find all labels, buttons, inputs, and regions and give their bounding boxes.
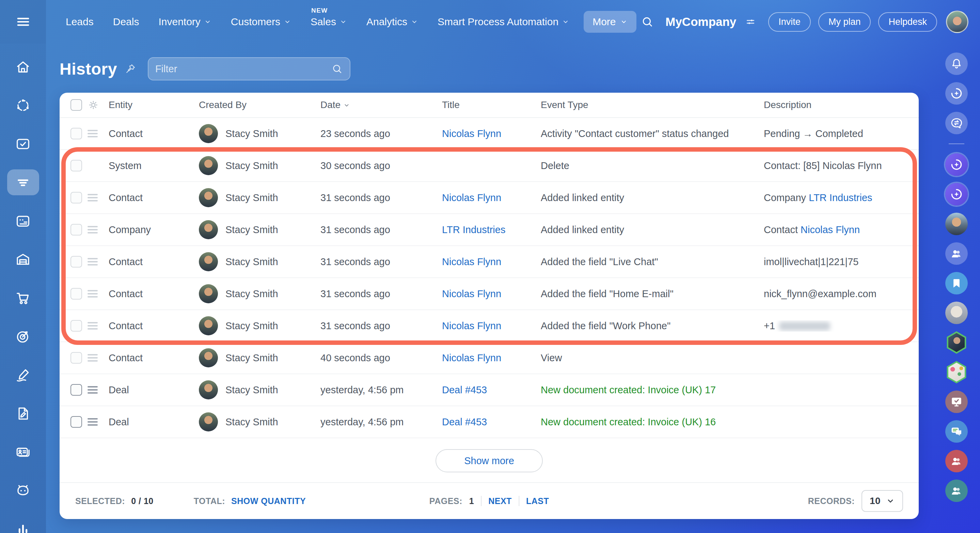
rail-copilot-chat-2[interactable]	[945, 183, 968, 206]
drag-handle-icon[interactable]	[88, 290, 98, 297]
title-link[interactable]: Nicolas Flynn	[442, 353, 501, 363]
helpdesk-button[interactable]: Helpdesk	[878, 12, 937, 32]
title-link[interactable]: Nicolas Flynn	[442, 288, 501, 299]
table-row[interactable]: DealStacy Smithyesterday, 4:56 pmDeal #4…	[60, 406, 919, 438]
table-row[interactable]: ContactStacy Smith31 seconds agoNicolas …	[60, 246, 919, 278]
rail-chat-user-3[interactable]	[945, 331, 968, 354]
title-link[interactable]: Nicolas Flynn	[442, 320, 501, 331]
table-row[interactable]: CompanyStacy Smith31 seconds agoLTR Indu…	[60, 214, 919, 246]
row-checkbox[interactable]	[70, 224, 82, 236]
sidebar-item-contact-center[interactable]	[7, 439, 39, 465]
column-header-created-by[interactable]: Created By	[199, 99, 320, 110]
title-link[interactable]: Deal #453	[442, 417, 487, 428]
sidebar-item-shop[interactable]	[7, 285, 39, 311]
nav-item-customers[interactable]: Customers	[231, 16, 291, 28]
rail-chats[interactable]	[945, 420, 968, 443]
show-more-button[interactable]: Show more	[436, 449, 543, 472]
rail-copilot-chat-1[interactable]	[945, 153, 968, 176]
table-row[interactable]: ContactStacy Smith40 seconds agoNicolas …	[60, 342, 919, 374]
nav-item-analytics[interactable]: Analytics	[366, 16, 418, 28]
more-menu-button[interactable]: More	[584, 11, 636, 33]
search-icon[interactable]	[641, 15, 654, 28]
drag-handle-icon[interactable]	[88, 194, 98, 201]
nav-item-leads[interactable]: Leads	[66, 16, 94, 28]
row-checkbox[interactable]	[70, 192, 82, 203]
nav-item-smart-process-automation[interactable]: Smart Process Automation	[438, 16, 570, 28]
drag-handle-icon[interactable]	[88, 258, 98, 265]
sidebar-item-copilot[interactable]	[7, 477, 39, 503]
sidebar-item-home[interactable]	[7, 54, 39, 80]
sidebar-item-documents[interactable]	[7, 401, 39, 426]
column-header-date[interactable]: Date	[320, 99, 442, 110]
filter-search-icon[interactable]	[331, 63, 343, 75]
invite-button[interactable]: Invite	[768, 12, 811, 32]
column-header-description[interactable]: Description	[764, 99, 919, 110]
rail-channel[interactable]	[945, 391, 968, 413]
sidebar-item-crm[interactable]	[7, 169, 39, 195]
drag-handle-icon[interactable]	[88, 386, 98, 394]
nav-item-deals[interactable]: Deals	[113, 16, 139, 28]
grid-settings-gear-icon[interactable]	[88, 99, 109, 111]
table-row[interactable]: ContactStacy Smith31 seconds agoNicolas …	[60, 278, 919, 310]
row-checkbox[interactable]	[70, 416, 82, 428]
row-checkbox[interactable]	[70, 288, 82, 300]
sidebar-item-warehouse[interactable]	[7, 246, 39, 272]
sidebar-item-e-sign[interactable]	[7, 362, 39, 388]
column-header-event-type[interactable]: Event Type	[541, 99, 764, 110]
row-checkbox[interactable]	[70, 320, 82, 332]
sidebar-item-calendar[interactable]	[7, 208, 39, 234]
table-row[interactable]: ContactStacy Smith31 seconds agoNicolas …	[60, 182, 919, 214]
sidebar-item-collaboration[interactable]	[7, 93, 39, 118]
filter-input[interactable]	[155, 63, 331, 75]
description-link[interactable]: LTR Industries	[809, 192, 872, 203]
table-row[interactable]: DealStacy Smithyesterday, 4:56 pmDeal #4…	[60, 374, 919, 406]
sidebar-item-tasks[interactable]	[7, 131, 39, 157]
row-checkbox[interactable]	[70, 160, 82, 171]
table-row[interactable]: ContactStacy Smith31 seconds agoNicolas …	[60, 310, 919, 342]
my-plan-button[interactable]: My plan	[818, 12, 871, 32]
title-link[interactable]: Nicolas Flynn	[442, 256, 501, 267]
title-link[interactable]: LTR Industries	[442, 224, 505, 235]
rail-saved-messages[interactable]	[945, 272, 968, 294]
drag-handle-icon[interactable]	[88, 322, 98, 330]
description-link[interactable]: Nicolas Flynn	[800, 224, 860, 235]
rail-group-chat-3[interactable]	[945, 479, 968, 502]
nav-item-sales[interactable]: SalesNEW	[310, 16, 347, 28]
table-row[interactable]: SystemStacy Smith30 seconds agoDeleteCon…	[60, 150, 919, 182]
column-header-entity[interactable]: Entity	[109, 99, 199, 110]
select-all-checkbox[interactable]	[70, 99, 82, 111]
workspace-switcher-icon[interactable]	[745, 16, 756, 27]
filter-search-box[interactable]	[148, 57, 350, 80]
rail-group-chat-1[interactable]	[945, 242, 968, 265]
title-link[interactable]: Nicolas Flynn	[442, 192, 501, 203]
column-header-title[interactable]: Title	[442, 99, 541, 110]
records-per-page-dropdown[interactable]: 10	[862, 490, 903, 512]
row-checkbox[interactable]	[70, 384, 82, 396]
nav-item-inventory[interactable]: Inventory	[158, 16, 211, 28]
table-row[interactable]: ContactStacy Smith23 seconds agoNicolas …	[60, 118, 919, 150]
rail-chat-user-2[interactable]	[945, 302, 968, 324]
drag-handle-icon[interactable]	[88, 130, 98, 137]
rail-chat-user-1[interactable]	[945, 213, 968, 235]
company-name[interactable]: MyCompany	[665, 15, 736, 29]
row-checkbox[interactable]	[70, 256, 82, 268]
row-checkbox[interactable]	[70, 352, 82, 364]
title-link[interactable]: Deal #453	[442, 385, 487, 395]
rail-group-chat-2[interactable]	[945, 450, 968, 472]
rail-copilot[interactable]	[945, 82, 968, 105]
row-checkbox[interactable]	[70, 128, 82, 139]
drag-handle-icon[interactable]	[88, 418, 98, 426]
last-page-link[interactable]: LAST	[526, 496, 549, 506]
rail-notifications[interactable]	[945, 53, 968, 75]
rail-chat-user-4[interactable]	[945, 361, 968, 383]
sidebar-item-bi-analytics[interactable]	[7, 516, 39, 533]
drag-handle-icon[interactable]	[88, 354, 98, 362]
show-quantity-link[interactable]: SHOW QUANTITY	[231, 496, 306, 506]
rail-messenger[interactable]	[945, 112, 968, 134]
sidebar-item-marketing[interactable]	[7, 323, 39, 349]
drag-handle-icon[interactable]	[88, 226, 98, 233]
main-menu-button[interactable]	[0, 0, 46, 44]
next-page-link[interactable]: NEXT	[488, 496, 512, 506]
pin-icon[interactable]	[125, 63, 136, 75]
profile-avatar[interactable]	[946, 11, 969, 33]
